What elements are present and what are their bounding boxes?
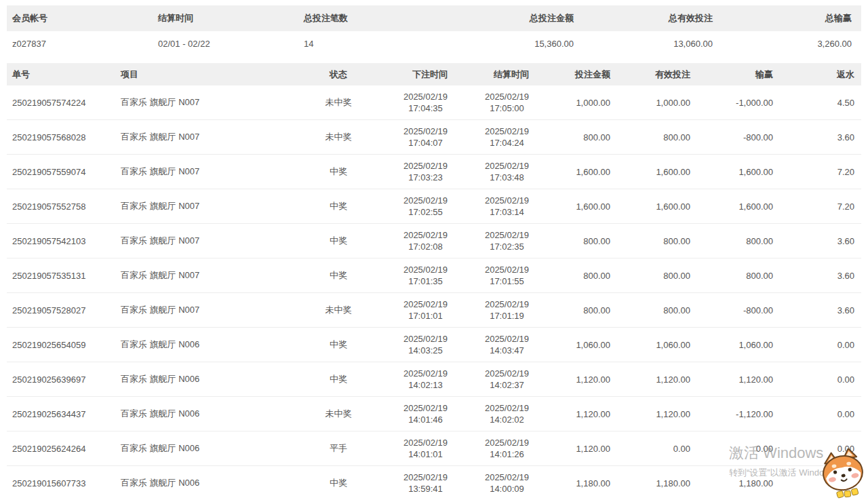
cell-valid-amount: 800.00 xyxy=(617,293,697,328)
cell-game: 百家乐 旗舰厅 N006 xyxy=(115,466,305,500)
cell-bet-time: 2025/02/1914:01:46 xyxy=(373,397,454,431)
cell-order-no: 250219025639697 xyxy=(7,362,115,397)
bet-date: 2025/02/19 xyxy=(403,91,448,102)
cell-bet-amount: 800.00 xyxy=(536,293,617,328)
summary-value-row: z027837 02/01 - 02/22 14 15,360.00 13,06… xyxy=(7,31,861,56)
cell-status: 中奖 xyxy=(305,189,373,224)
cell-bet-time: 2025/02/1914:03:25 xyxy=(373,328,454,362)
settle-date: 2025/02/19 xyxy=(485,264,529,275)
cell-bet-time: 2025/02/1914:02:13 xyxy=(373,362,454,397)
settle-date: 2025/02/19 xyxy=(485,126,529,137)
cell-game: 百家乐 旗舰厅 N007 xyxy=(115,258,305,293)
cell-winloss: 800.00 xyxy=(697,224,780,258)
settle-clock: 14:02:37 xyxy=(485,379,529,391)
cell-rebate: 0.00 xyxy=(780,397,861,431)
cell-order-no: 250219057528027 xyxy=(7,293,115,328)
settle-date: 2025/02/19 xyxy=(485,368,529,379)
cell-settle-time: 2025/02/1917:03:14 xyxy=(454,189,536,224)
table-row: 250219025639697 百家乐 旗舰厅 N006 中奖 2025/02/… xyxy=(7,362,861,397)
cell-status: 平手 xyxy=(305,431,373,466)
bet-clock: 17:01:35 xyxy=(403,275,448,287)
cell-rebate: 3.60 xyxy=(780,258,861,293)
summary-header-row: 会员帐号 结算时间 总投注笔数 总投注金额 总有效投注 总输赢 xyxy=(7,5,861,31)
bet-date: 2025/02/19 xyxy=(403,264,448,275)
table-row: 250219025624264 百家乐 旗舰厅 N006 平手 2025/02/… xyxy=(7,431,861,466)
cell-order-no: 250219057559074 xyxy=(7,155,115,189)
bet-date: 2025/02/19 xyxy=(403,368,448,379)
cell-winloss: 1,120.00 xyxy=(697,362,780,397)
column-header-bet-amount: 投注金额 xyxy=(536,63,617,85)
bet-clock: 14:01:01 xyxy=(403,448,448,460)
cell-bet-amount: 1,000.00 xyxy=(536,85,617,120)
cell-bet-amount: 1,120.00 xyxy=(536,397,617,431)
summary-total-winloss: 3,260.00 xyxy=(722,31,861,56)
cell-valid-amount: 0.00 xyxy=(617,431,697,466)
summary-total-bets: 14 xyxy=(298,31,444,56)
cell-winloss: 1,060.00 xyxy=(697,328,780,362)
cell-valid-amount: 1,120.00 xyxy=(617,362,697,397)
bet-clock: 14:02:13 xyxy=(403,379,448,391)
cell-bet-amount: 1,060.00 xyxy=(536,328,617,362)
bet-clock: 17:02:08 xyxy=(403,241,448,252)
settle-clock: 17:04:24 xyxy=(485,137,529,149)
cell-order-no: 250219015607733 xyxy=(7,466,115,500)
summary-header-account: 会员帐号 xyxy=(7,5,153,31)
cell-bet-amount: 1,180.00 xyxy=(536,466,617,500)
settle-clock: 14:01:26 xyxy=(485,448,529,460)
settle-clock: 17:02:35 xyxy=(485,241,529,252)
cell-valid-amount: 1,180.00 xyxy=(617,466,697,500)
cell-rebate: 4.50 xyxy=(780,85,861,120)
cell-winloss: -800.00 xyxy=(697,293,780,328)
cell-settle-time: 2025/02/1917:01:55 xyxy=(454,258,536,293)
settle-date: 2025/02/19 xyxy=(485,160,529,172)
bet-date: 2025/02/19 xyxy=(403,126,448,137)
cell-valid-amount: 1,120.00 xyxy=(617,397,697,431)
bet-table-body: 250219057574224 百家乐 旗舰厅 N007 未中奖 2025/02… xyxy=(7,85,861,500)
table-row: 250219057528027 百家乐 旗舰厅 N007 未中奖 2025/02… xyxy=(7,293,861,328)
cell-order-no: 250219057552758 xyxy=(7,189,115,224)
cell-winloss: -800.00 xyxy=(697,120,780,155)
column-header-winloss: 输赢 xyxy=(697,63,780,85)
settle-date: 2025/02/19 xyxy=(485,229,529,241)
cell-valid-amount: 1,000.00 xyxy=(617,85,697,120)
cell-bet-amount: 1,120.00 xyxy=(536,431,617,466)
bet-date: 2025/02/19 xyxy=(403,299,448,310)
cell-game: 百家乐 旗舰厅 N007 xyxy=(115,120,305,155)
cell-status: 中奖 xyxy=(305,224,373,258)
cell-valid-amount: 800.00 xyxy=(617,224,697,258)
summary-account: z027837 xyxy=(7,31,153,56)
column-header-status: 状态 xyxy=(305,63,373,85)
settle-clock: 17:03:14 xyxy=(485,206,529,218)
cell-bet-time: 2025/02/1917:01:35 xyxy=(373,258,454,293)
cell-settle-time: 2025/02/1917:02:35 xyxy=(454,224,536,258)
cell-status: 中奖 xyxy=(305,155,373,189)
cell-status: 中奖 xyxy=(305,328,373,362)
cell-rebate: 0.00 xyxy=(780,466,861,500)
bet-clock: 13:59:41 xyxy=(403,483,448,495)
cell-rebate: 0.00 xyxy=(780,328,861,362)
table-row: 250219025634437 百家乐 旗舰厅 N006 未中奖 2025/02… xyxy=(7,397,861,431)
settle-date: 2025/02/19 xyxy=(485,472,529,483)
cell-settle-time: 2025/02/1914:01:26 xyxy=(454,431,536,466)
cell-valid-amount: 1,060.00 xyxy=(617,328,697,362)
settle-clock: 17:05:00 xyxy=(485,102,529,114)
settle-clock: 14:02:02 xyxy=(485,414,529,425)
cell-rebate: 7.20 xyxy=(780,189,861,224)
report-page: 会员帐号 结算时间 总投注笔数 总投注金额 总有效投注 总输赢 z027837 … xyxy=(0,0,868,500)
bet-records-table: 单号 项目 状态 下注时间 结算时间 投注金额 有效投注 输赢 返水 25021… xyxy=(7,63,861,500)
bet-clock: 14:03:25 xyxy=(403,345,448,356)
cell-valid-amount: 1,600.00 xyxy=(617,155,697,189)
cell-settle-time: 2025/02/1914:02:02 xyxy=(454,397,536,431)
settle-date: 2025/02/19 xyxy=(485,91,529,102)
cell-game: 百家乐 旗舰厅 N006 xyxy=(115,362,305,397)
cell-settle-time: 2025/02/1914:00:09 xyxy=(454,466,536,500)
cell-rebate: 0.00 xyxy=(780,362,861,397)
cell-winloss: 1,180.00 xyxy=(697,466,780,500)
cell-bet-time: 2025/02/1917:03:23 xyxy=(373,155,454,189)
cell-settle-time: 2025/02/1914:03:47 xyxy=(454,328,536,362)
cell-bet-time: 2025/02/1913:59:41 xyxy=(373,466,454,500)
settle-date: 2025/02/19 xyxy=(485,333,529,345)
column-header-settle-time: 结算时间 xyxy=(454,63,536,85)
column-header-valid-amount: 有效投注 xyxy=(617,63,697,85)
cell-valid-amount: 800.00 xyxy=(617,120,697,155)
